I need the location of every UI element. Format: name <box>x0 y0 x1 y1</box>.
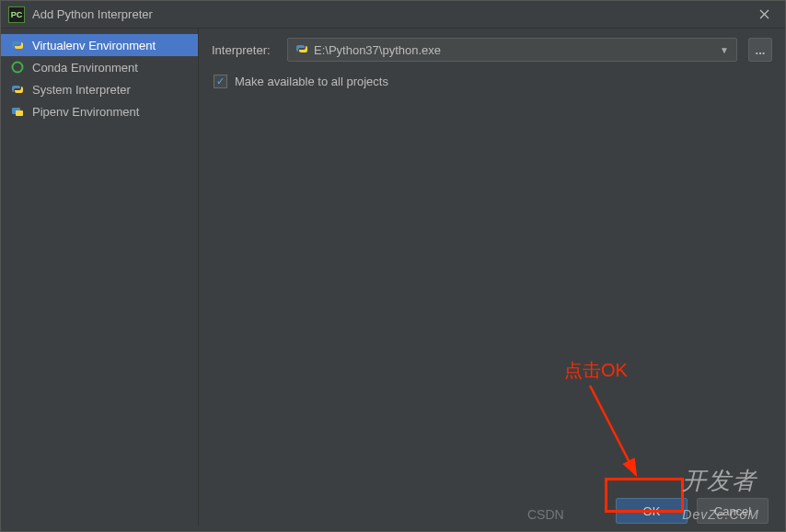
make-available-checkbox[interactable]: ✓ <box>214 75 227 88</box>
interpreter-row: Interpreter: E:\Python37\python.exe ▼ ..… <box>212 38 772 62</box>
watermark-devze: 开发者DevZe.CoM <box>682 465 759 526</box>
annotation-label: 点击OK <box>564 358 628 383</box>
sidebar-item-label: Pipenv Environment <box>32 105 139 119</box>
python-icon <box>295 42 308 58</box>
chevron-down-icon: ▼ <box>720 45 729 55</box>
annotation-ok-highlight <box>605 478 684 513</box>
sidebar-item-conda[interactable]: Conda Environment <box>1 56 198 78</box>
sidebar-item-label: System Interpreter <box>32 83 131 97</box>
app-icon: PC <box>8 6 25 23</box>
make-available-label: Make available to all projects <box>235 75 388 88</box>
pipenv-icon <box>10 104 25 119</box>
sidebar-item-label: Conda Environment <box>32 61 138 75</box>
sidebar-item-pipenv[interactable]: Pipenv Environment <box>1 100 198 122</box>
make-available-row: ✓ Make available to all projects <box>212 75 772 88</box>
window-title: Add Python Interpreter <box>32 7 750 21</box>
svg-rect-2 <box>16 110 23 116</box>
sidebar: Virtualenv Environment Conda Environment… <box>1 29 199 526</box>
titlebar: PC Add Python Interpreter <box>1 1 785 29</box>
interpreter-value: E:\Python37\python.exe <box>314 43 714 57</box>
svg-point-0 <box>13 63 23 73</box>
interpreter-label: Interpreter: <box>212 43 276 57</box>
main-area: Virtualenv Environment Conda Environment… <box>1 29 785 526</box>
conda-icon <box>10 60 25 75</box>
sidebar-item-system[interactable]: System Interpreter <box>1 78 198 100</box>
interpreter-dropdown[interactable]: E:\Python37\python.exe ▼ <box>287 38 737 62</box>
content-panel: Interpreter: E:\Python37\python.exe ▼ ..… <box>199 29 785 526</box>
sidebar-item-label: Virtualenv Environment <box>32 39 156 52</box>
python-icon <box>10 82 25 97</box>
browse-button[interactable]: ... <box>748 38 772 62</box>
python-icon <box>10 38 25 52</box>
close-icon[interactable] <box>750 1 778 29</box>
sidebar-item-virtualenv[interactable]: Virtualenv Environment <box>1 34 198 56</box>
watermark-csdn: CSDN <box>527 507 564 522</box>
